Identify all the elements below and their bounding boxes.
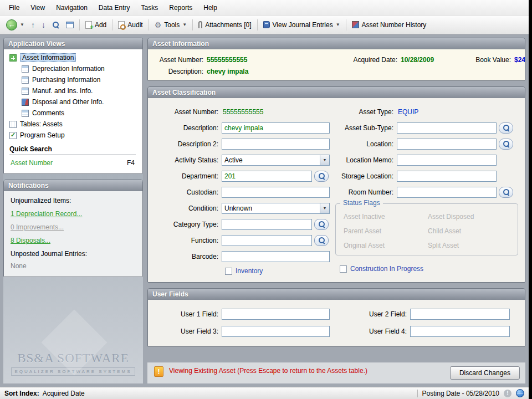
user-field4-input[interactable] (410, 326, 510, 337)
category-type-input[interactable] (222, 219, 312, 230)
posting-date-text: Posting Date - 05/28/2010 (422, 390, 499, 397)
quick-search-asset-number-link[interactable]: Asset Number (11, 159, 53, 167)
alert-icon[interactable] (504, 390, 511, 397)
category-type-lookup-button[interactable] (314, 219, 329, 230)
user1-field-label: User 1 Field: (152, 310, 222, 318)
sidebar-item-program-setup[interactable]: Program Setup (6, 130, 140, 141)
depreciation-information-icon (22, 65, 29, 73)
function-lookup-button[interactable] (314, 235, 329, 246)
toolbar-separator (112, 19, 112, 30)
sidebar-item-purchasing-information[interactable]: Purchasing Information (6, 74, 140, 85)
menu-navigation[interactable]: Navigation (50, 2, 93, 14)
sidebar-item-depreciation-information[interactable]: Depreciation Information (6, 63, 140, 74)
search-icon (503, 140, 510, 147)
improvements-link[interactable]: 0 Improvements... (11, 223, 136, 231)
sidebar-item-comments[interactable]: Comments (6, 108, 140, 119)
asset-number-history-button[interactable]: Asset Number History (349, 19, 429, 30)
search-icon (503, 124, 510, 131)
comments-icon (22, 110, 29, 117)
description-value: chevy impala (207, 68, 248, 75)
depreciation-record-link[interactable]: 1 Depreciation Record... (11, 210, 136, 218)
menu-reports[interactable]: Reports (163, 2, 198, 14)
asset-subtype-lookup-button[interactable] (499, 122, 513, 134)
audit-button[interactable]: Audit (115, 19, 145, 30)
description2-input[interactable] (222, 139, 330, 150)
attachments-button[interactable]: Attachments [0] (196, 19, 254, 30)
activity-status-dropdown[interactable]: Active (222, 155, 330, 166)
sidebar-item-asset-information[interactable]: Asset Information (6, 52, 140, 63)
user1-field-input[interactable] (222, 309, 330, 320)
user2-field-input[interactable] (410, 309, 510, 320)
tree-item-label: Manuf. and Ins. Info. (32, 87, 93, 95)
sidebar-item-disposal-and-other-info[interactable]: Disposal and Other Info. (6, 96, 140, 108)
up-arrow-icon (31, 21, 35, 29)
asset-classification-body: Asset Number: 55555555555 Description: D… (148, 98, 525, 282)
main-area: Asset Information Asset Number: 55555555… (147, 38, 525, 383)
room-number-label: Room Number: (333, 188, 397, 196)
add-label: Add (95, 21, 106, 29)
globe-icon[interactable] (516, 389, 524, 397)
asset-information-section-header: Asset Information (148, 38, 525, 49)
category-type-label: Category Type: (152, 221, 222, 228)
barcode-input[interactable] (222, 251, 330, 262)
menu-file[interactable]: File (3, 2, 25, 14)
asset-subtype-input[interactable] (397, 122, 497, 134)
department-input[interactable] (222, 171, 312, 182)
disposals-link[interactable]: 8 Disposals... (11, 237, 136, 244)
journal-icon (263, 21, 270, 28)
barcode-label: Barcode: (152, 253, 222, 260)
tables-assets-icon (9, 121, 17, 128)
quick-search-section: Quick Search Asset Number F4 (6, 141, 140, 171)
inventory-label: Inventory (236, 267, 263, 275)
room-number-input[interactable] (397, 187, 497, 198)
location-input[interactable] (397, 139, 497, 150)
construction-in-progress-checkbox[interactable] (340, 265, 347, 273)
move-up-button[interactable] (28, 19, 38, 31)
room-number-lookup-button[interactable] (499, 187, 513, 198)
location-memo-input[interactable] (397, 155, 497, 166)
back-button[interactable] (3, 18, 27, 32)
main-footer: Viewing Existing Asset (Press Escape to … (147, 362, 525, 383)
function-input[interactable] (222, 235, 312, 246)
sidebar-item-tables-assets[interactable]: Tables: Assets (6, 119, 140, 130)
tools-button[interactable]: Tools (152, 19, 190, 30)
move-down-button[interactable] (39, 19, 48, 31)
tools-icon (155, 21, 162, 29)
menu-data-entry[interactable]: Data Entry (93, 2, 136, 14)
user-field3-label: User Field 3: (152, 328, 222, 335)
classification-right-column: Asset Type: EQUIP Asset Sub-Type: Locati… (333, 104, 525, 278)
inventory-checkbox[interactable] (225, 268, 232, 275)
asset-type-label: Asset Type: (333, 108, 397, 116)
function-label: Function: (152, 237, 222, 244)
description-input[interactable] (222, 122, 330, 134)
notifications-header: Notifications (4, 180, 142, 191)
table-view-button[interactable] (63, 20, 76, 30)
asset-information-summary: Asset Number: 55555555555 Acquired Date:… (148, 49, 525, 80)
status-flags-title: Status Flags (340, 199, 383, 207)
location-lookup-button[interactable] (499, 139, 513, 150)
storage-location-input[interactable] (397, 171, 497, 182)
search-button[interactable] (49, 19, 62, 30)
tree-item-label: Tables: Assets (20, 120, 63, 128)
program-setup-icon (9, 132, 17, 139)
tree-item-label: Disposal and Other Info. (32, 98, 104, 106)
sidebar-item-manuf-and-ins-info[interactable]: Manuf. and Ins. Info. (6, 85, 140, 96)
view-journal-entries-button[interactable]: View Journal Entries (260, 19, 343, 30)
custodian-input[interactable] (222, 187, 330, 198)
tree-item-label: Comments (32, 109, 64, 117)
asset-information-section: Asset Information Asset Number: 55555555… (147, 38, 525, 81)
toolbar-separator (149, 19, 149, 30)
menu-tasks[interactable]: Tasks (136, 2, 164, 14)
unposted-journal-entries-value: None (11, 262, 136, 270)
add-button[interactable]: Add (83, 19, 109, 30)
discard-changes-button[interactable]: Discard Changes (450, 366, 520, 380)
user-field3-input[interactable] (222, 326, 330, 337)
menu-help[interactable]: Help (198, 2, 223, 14)
menu-view[interactable]: View (25, 2, 50, 14)
department-lookup-button[interactable] (314, 171, 329, 182)
condition-dropdown[interactable]: Unknown (222, 203, 330, 214)
flag-asset-disposed: Asset Disposed (428, 213, 512, 221)
classification-left-column: Asset Number: 55555555555 Description: D… (152, 104, 333, 278)
flag-original-asset: Original Asset (344, 242, 428, 249)
sidebar: Application Views Asset Information Depr… (3, 38, 143, 383)
